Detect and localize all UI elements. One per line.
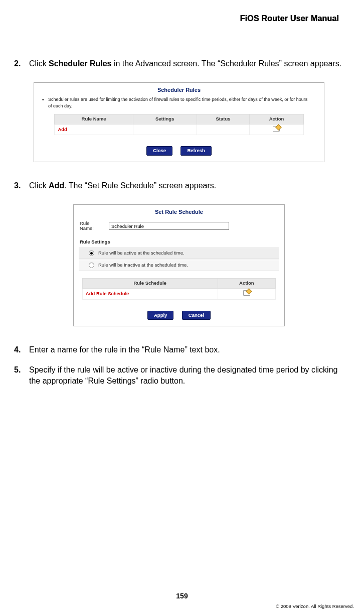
add-rule-schedule-link[interactable]: Add Rule Schedule — [86, 291, 129, 296]
step-text: Click Scheduler Rules in the Advanced sc… — [29, 58, 344, 69]
radio-active-row[interactable]: Rule will be active at the scheduled tim… — [79, 248, 279, 259]
col-rule-name: Rule Name — [55, 114, 133, 124]
rule-name-row: Rule Name: — [74, 218, 284, 234]
text-suffix: in the Advanced screen. The “Scheduler R… — [111, 59, 341, 68]
step-text: Specify if the rule will be active or in… — [29, 364, 344, 386]
text-prefix: Click — [29, 181, 49, 190]
edit-icon[interactable] — [273, 126, 280, 132]
text-prefix: Click — [29, 59, 49, 68]
scheduler-rules-screenshot: Scheduler Rules Scheduler rules are used… — [34, 82, 324, 163]
step-2: 2. Click Scheduler Rules in the Advanced… — [14, 58, 344, 69]
add-link[interactable]: Add — [58, 127, 67, 132]
col-rule-schedule: Rule Schedule — [82, 278, 218, 288]
col-action: Action — [218, 278, 276, 288]
rule-name-input[interactable] — [109, 222, 229, 230]
step-number: 4. — [14, 344, 27, 355]
panel-title: Set Rule Schedule — [74, 205, 284, 218]
step-text: Enter a name for the rule in the “Rule N… — [29, 344, 344, 355]
refresh-button[interactable]: Refresh — [180, 146, 211, 156]
radio-icon[interactable] — [89, 263, 94, 268]
copyright-text: © 2009 Verizon. All Rights Reserved. — [276, 603, 354, 609]
page-number: 159 — [0, 592, 364, 600]
table-row: Add — [55, 124, 303, 135]
rule-name-label: Rule Name: — [80, 221, 105, 231]
document-title: FiOS Router User Manual — [14, 14, 339, 23]
text-bold: Scheduler Rules — [49, 59, 111, 68]
step-4: 4. Enter a name for the rule in the “Rul… — [14, 344, 344, 355]
col-status: Status — [197, 114, 250, 124]
col-action: Action — [250, 114, 303, 124]
step-number: 2. — [14, 58, 27, 69]
table-row: Add Rule Schedule — [82, 288, 275, 299]
close-button[interactable]: Close — [146, 146, 172, 156]
button-row: Close Refresh — [34, 135, 324, 162]
step-number: 5. — [14, 364, 27, 386]
set-rule-schedule-screenshot: Set Rule Schedule Rule Name: Rule Settin… — [73, 204, 285, 327]
step-number: 3. — [14, 180, 27, 191]
button-row: Apply Cancel — [74, 300, 284, 326]
steps-list: 2. Click Scheduler Rules in the Advanced… — [14, 58, 344, 386]
schedule-table: Rule Schedule Action Add Rule Schedule — [82, 278, 276, 300]
page: FiOS Router User Manual 2. Click Schedul… — [0, 0, 364, 616]
step-3: 3. Click Add. The “Set Rule Schedule” sc… — [14, 180, 344, 191]
step-5: 5. Specify if the rule will be active or… — [14, 364, 344, 386]
radio-label: Rule will be inactive at the scheduled t… — [98, 262, 188, 269]
cancel-button[interactable]: Cancel — [182, 311, 211, 320]
text-suffix: . The “Set Rule Schedule” screen appears… — [64, 181, 216, 190]
apply-button[interactable]: Apply — [147, 311, 173, 320]
panel-title: Scheduler Rules — [34, 83, 324, 96]
text-bold: Add — [49, 181, 64, 190]
radio-icon[interactable] — [89, 251, 94, 256]
table-header-row: Rule Schedule Action — [82, 278, 275, 288]
panel-intro-text: Scheduler rules are used for limiting th… — [34, 95, 324, 113]
radio-inactive-row[interactable]: Rule will be inactive at the scheduled t… — [79, 260, 279, 271]
radio-label: Rule will be active at the scheduled tim… — [98, 250, 185, 257]
rule-settings-heading: Rule Settings — [74, 234, 284, 247]
table-header-row: Rule Name Settings Status Action — [55, 114, 303, 124]
col-settings: Settings — [133, 114, 197, 124]
step-text: Click Add. The “Set Rule Schedule” scree… — [29, 180, 344, 191]
edit-icon[interactable] — [243, 290, 250, 296]
rules-table: Rule Name Settings Status Action Add — [54, 114, 303, 136]
